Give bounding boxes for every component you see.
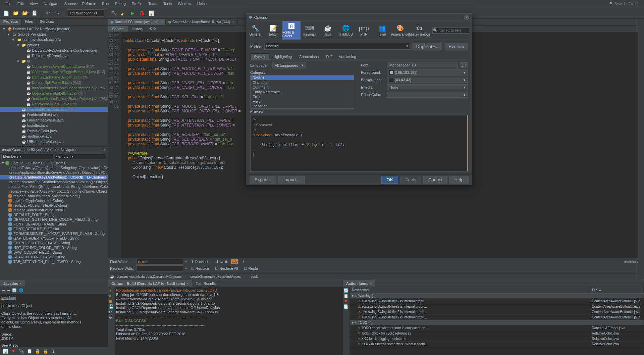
nav-icon[interactable]: 📋 xyxy=(27,349,32,354)
find-previous-button[interactable]: ⬆ Previous xyxy=(189,259,212,265)
editor-tool-icon[interactable]: ⟳ xyxy=(153,27,156,31)
tree-node[interactable]: ☕RolloverToolBarUI.java [R/M] xyxy=(0,101,108,107)
action-content[interactable]: Description File ▲ ▾ ⚠ Warning (4)⚠ sun.… xyxy=(350,287,644,355)
find-regex-icon[interactable]: .* xyxy=(240,259,246,264)
options-category[interactable]: 🎨Appearance xyxy=(391,21,409,40)
javadoc-content[interactable]: java.lang public class Object Class Obje… xyxy=(0,294,108,355)
build-icon[interactable]: 🔨 xyxy=(110,9,118,17)
nav-item[interactable]: replaceFieldValue(Class<?> clazz, String… xyxy=(0,189,108,194)
replace-button2[interactable]: ☐ Repla xyxy=(242,266,260,271)
breadcrumb-var[interactable]: result xyxy=(248,275,259,278)
category-item[interactable]: Character xyxy=(251,80,354,85)
action-row[interactable]: ⚠ sun.swing.SwingUtilities2 is internal … xyxy=(350,304,644,309)
editor-tool-icon[interactable]: ⟲ xyxy=(149,27,152,31)
navigator-view-combo[interactable]: Members ▾ xyxy=(1,154,53,159)
action-scope-icon[interactable]: 📋 xyxy=(343,294,349,298)
nav-item[interactable]: replaceSearchNotFoundColor() xyxy=(0,208,108,212)
navigator-tree[interactable]: ▾ DarculaLFCustoms :: LFCustomsappendToA… xyxy=(0,160,108,280)
output-settings-icon[interactable]: ⚙ xyxy=(109,315,114,320)
tree-node[interactable]: ▾📦Darcula LAF for NetBeans [master] xyxy=(0,26,108,32)
nav-item[interactable]: TAB_ATTENTION_FILL_LOWER : String xyxy=(0,259,108,264)
action-group[interactable]: ▾ ✎ TODO (4) xyxy=(350,320,644,325)
nav-icon[interactable]: 🔻 xyxy=(11,349,16,354)
action-row[interactable]: ✎ XXX - this needs some work. What it sh… xyxy=(350,342,644,347)
restore-button[interactable]: Restore xyxy=(445,43,468,50)
nav-icon[interactable]: 📎 xyxy=(19,349,24,354)
tree-node[interactable]: ▾📁ui xyxy=(0,58,108,64)
tree-node[interactable]: ☕DarkIconFilter.java xyxy=(0,112,108,117)
menu-file[interactable]: File xyxy=(3,1,14,6)
breadcrumb-class[interactable]: com.revivius.nb.darcula.DarculaLFCustoms xyxy=(115,275,183,278)
run-config-dropdown[interactable]: <default config> ▾ xyxy=(67,9,104,17)
breadcrumb-method[interactable]: createGuaranteedKeysAndValues xyxy=(189,275,242,278)
nav-item[interactable]: createApplicationSpecificKeysAndValues()… xyxy=(0,170,108,175)
tree-node[interactable]: ☕DarculaSplitPaneDivider.java [R/M] xyxy=(0,74,108,80)
output-content[interactable]: No updater.jar specified, cannot validat… xyxy=(115,287,342,355)
action-row[interactable]: ⚠ sun.swing.SwingUtilities2 is internal … xyxy=(350,315,644,320)
language-dropdown[interactable]: All Languages▾ xyxy=(272,62,306,68)
options-category[interactable]: 🅰Fonts & Colors xyxy=(282,21,301,40)
fc-tab[interactable]: Highlighting xyxy=(269,53,296,60)
action-row[interactable]: ⚠ sun.swing.SwingUtilities2 is internal … xyxy=(350,299,644,304)
menu-tools[interactable]: Tools xyxy=(161,1,175,6)
new-project-icon[interactable]: 📁 xyxy=(11,9,19,17)
tree-node[interactable]: ▾🗀Source Packages xyxy=(0,32,108,37)
debug-icon[interactable]: 🐞 xyxy=(138,9,146,17)
action-refresh-icon[interactable]: 🔄 xyxy=(343,288,349,293)
tab-javadoc[interactable]: Javadoc× xyxy=(0,280,25,287)
action-filter-icon[interactable]: 🔻 xyxy=(343,299,349,304)
tab-test-results[interactable]: Test Results xyxy=(192,280,219,287)
nav-item[interactable]: FONT_DEFAULT_SIZE : int xyxy=(0,226,108,231)
subtab-source[interactable]: Source xyxy=(108,26,128,32)
category-item[interactable]: Default xyxy=(251,75,354,80)
tree-node[interactable]: ☕DarculaLAFOptionsPanelController.java xyxy=(0,48,108,53)
tree-node[interactable]: ☕DarculaLAFPanel.java xyxy=(0,53,108,58)
nav-item[interactable]: SEARCH_BAR_CLASS : String xyxy=(0,255,108,259)
nav-item[interactable]: DEFAULT_FONT : String xyxy=(0,212,108,217)
menu-help[interactable]: Help xyxy=(195,1,208,6)
editor-tab[interactable]: ContentAreaAwareButtonUI.java [R/M]× xyxy=(166,19,237,25)
ok-button[interactable]: OK xyxy=(381,176,398,184)
nav-item[interactable]: replaceLFCustomsTextFgColors() xyxy=(0,203,108,208)
import-button[interactable]: Import... xyxy=(278,176,305,184)
tab-services[interactable]: Services xyxy=(37,19,58,25)
action-row[interactable]: ✎ TODO check whether form is consistent … xyxy=(350,325,644,331)
menu-view[interactable]: View xyxy=(27,1,41,6)
menu-profile[interactable]: Profile xyxy=(129,1,145,6)
menu-team[interactable]: Team xyxy=(146,1,160,6)
javadoc-forward-icon[interactable]: ➡ xyxy=(7,288,10,293)
options-category[interactable]: ⌨Keymap xyxy=(301,21,319,40)
nav-item[interactable]: NOT_FOUND_COLOR_FIELD : String xyxy=(0,245,108,250)
subtab-history[interactable]: History xyxy=(128,26,147,32)
nav-icon[interactable]: 🔒 xyxy=(35,349,40,354)
category-item[interactable]: Comment xyxy=(251,85,354,90)
nav-icon[interactable]: ⇅ xyxy=(51,349,55,354)
tree-node[interactable]: ☕IncreasedInsetsTableHeaderBorder.java [… xyxy=(0,85,108,91)
tree-node[interactable]: ☕RelativeColor.java xyxy=(0,128,108,134)
options-category[interactable]: ☕Java xyxy=(319,21,337,40)
profile-icon[interactable]: 📊 xyxy=(147,9,155,17)
editor-tab[interactable]: DarculaLFCustoms.java [-/M]× xyxy=(108,19,166,25)
nav-icon[interactable]: 🔓 xyxy=(43,349,48,354)
menu-source[interactable]: Source xyxy=(62,1,79,6)
find-next-button[interactable]: ⬇ Next xyxy=(214,259,229,265)
nav-item[interactable]: replaceFormDesignerGapBorderColors() xyxy=(0,194,108,198)
options-category[interactable]: 👥Team xyxy=(373,21,391,40)
tab-close-icon[interactable]: × xyxy=(161,20,163,24)
nav-icon[interactable]: 📊 xyxy=(3,349,8,354)
category-list[interactable]: DefaultCharacterCommentEntity ReferenceE… xyxy=(250,75,354,109)
category-item[interactable]: Field xyxy=(251,99,354,104)
output-wrap-icon[interactable]: ↩ xyxy=(109,310,114,314)
font-value[interactable]: Monospaced 13 xyxy=(387,62,458,68)
tab-output[interactable]: Output - Build (Darcula LAF for NetBeans… xyxy=(108,280,192,287)
duplicate-button[interactable]: Duplicate... xyxy=(413,43,442,50)
replace-all-button[interactable]: ☐ Replace All xyxy=(213,266,240,271)
run-icon[interactable]: ▶ xyxy=(128,9,137,17)
action-row[interactable]: ✎ Todo - check for cyclic referencesRela… xyxy=(350,331,644,336)
fc-tab[interactable]: Versioning xyxy=(335,53,360,60)
javadoc-package-link[interactable]: java.lang xyxy=(1,296,16,300)
navigator-filter-combo[interactable]: <empty> ▾ xyxy=(55,154,107,159)
replace-input[interactable] xyxy=(136,265,183,271)
nav-item[interactable]: replaceFieldValue(String className, Stri… xyxy=(0,184,108,189)
save-all-icon[interactable]: 💾 xyxy=(30,9,38,17)
